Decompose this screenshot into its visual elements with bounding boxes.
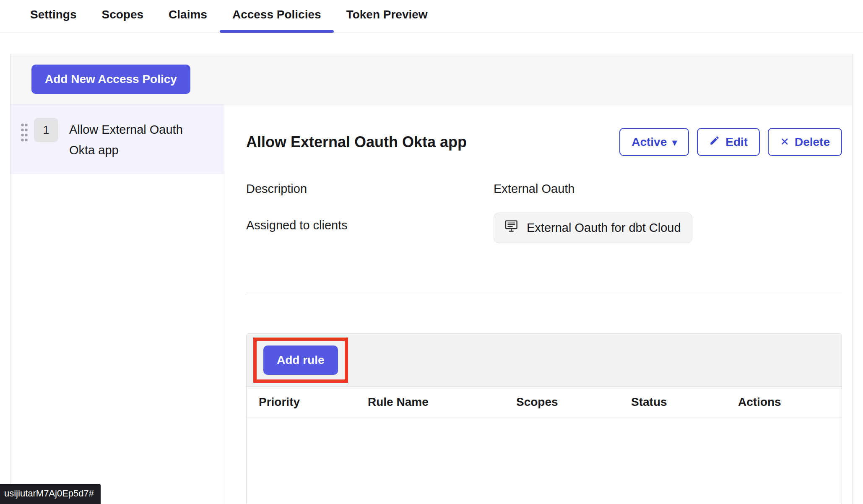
client-chip[interactable]: External Oauth for dbt Cloud [494,213,692,243]
edit-button-label: Edit [725,135,748,149]
column-header-actions: Actions [738,395,842,409]
policy-list-item[interactable]: 1 Allow External Oauth Okta app [10,104,224,174]
policy-list: 1 Allow External Oauth Okta app [10,104,224,504]
assigned-clients-cell: External Oauth for dbt Cloud [494,218,842,243]
policy-info-grid: Description External Oauth Assigned to c… [246,182,842,243]
active-status-label: Active [632,135,667,149]
description-label: Description [246,182,494,196]
access-policies-panel: Add New Access Policy 1 Allow Ext [10,54,853,504]
link-preview-status-bar: usijiutarM7Aj0Ep5d7# [0,484,101,504]
description-value: External Oauth [494,182,842,196]
chevron-down-icon: ▾ [672,137,677,148]
rules-table-header: Priority Rule Name Scopes Status Actions [247,387,842,418]
tab-bar: Settings Scopes Claims Access Policies T… [0,0,863,33]
section-divider [246,292,842,292]
policy-title: Allow External Oauth Okta app [246,133,467,151]
add-rule-button[interactable]: Add rule [263,346,338,375]
edit-policy-button[interactable]: Edit [697,128,760,156]
panel-toolbar: Add New Access Policy [10,54,852,104]
rules-card-toolbar: Add rule [247,334,842,387]
tab-access-policies[interactable]: Access Policies [220,8,334,32]
tab-scopes[interactable]: Scopes [89,8,156,32]
delete-button-label: Delete [795,135,830,149]
delete-policy-button[interactable]: ✕ Delete [768,128,842,156]
add-new-access-policy-button[interactable]: Add New Access Policy [31,65,190,94]
client-chip-label: External Oauth for dbt Cloud [527,221,681,235]
tab-claims[interactable]: Claims [156,8,220,32]
column-header-status: Status [631,395,738,409]
policy-action-buttons: Active ▾ Edit ✕ Delete [619,128,842,156]
computer-icon [505,220,520,236]
policy-order-badge: 1 [34,118,58,142]
column-header-priority: Priority [259,395,368,409]
rules-card: Add rule Priority Rule Name Scopes Statu… [246,333,842,504]
detail-header: Allow External Oauth Okta app Active ▾ E… [246,128,842,156]
tab-settings[interactable]: Settings [18,8,89,32]
column-header-rule-name: Rule Name [368,395,516,409]
drag-handle-icon[interactable] [21,123,28,144]
pencil-icon [709,135,720,149]
policy-detail: Allow External Oauth Okta app Active ▾ E… [224,104,852,504]
active-status-dropdown[interactable]: Active ▾ [619,128,689,156]
panel-body: 1 Allow External Oauth Okta app Allow Ex… [10,104,852,504]
assigned-to-clients-label: Assigned to clients [246,218,494,232]
policy-name-label: Allow External Oauth Okta app [69,120,195,161]
tab-token-preview[interactable]: Token Preview [334,8,440,32]
column-header-scopes: Scopes [516,395,631,409]
red-highlight-annotation: Add rule [253,338,348,383]
rules-table-empty-body [247,418,842,504]
close-icon: ✕ [780,135,789,148]
